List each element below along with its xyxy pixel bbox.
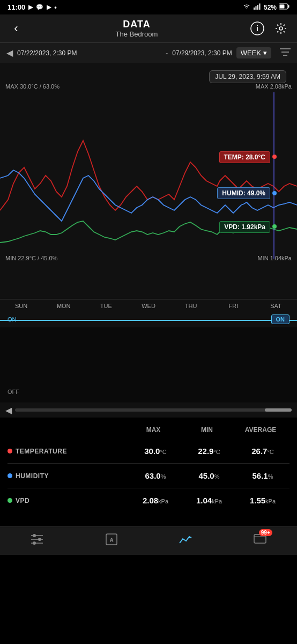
days-bar: SUN MON TUE WED THU FRI SAT bbox=[0, 299, 297, 312]
day-thu: THU bbox=[170, 302, 212, 310]
day-sat: SAT bbox=[255, 302, 297, 310]
temp-min: 22.9°C bbox=[182, 447, 236, 456]
status-time: 11:00 ▶ 💬 ▶ • bbox=[8, 3, 57, 11]
signal-icon bbox=[253, 3, 262, 11]
stats-col-avg: AVERAGE bbox=[234, 426, 287, 434]
time-label: 11:00 bbox=[8, 3, 25, 11]
svg-point-14 bbox=[33, 534, 36, 537]
bottom-nav: A 99+ bbox=[0, 526, 297, 555]
svg-text:A: A bbox=[109, 537, 113, 543]
svg-rect-5 bbox=[288, 5, 289, 8]
svg-point-9 bbox=[279, 27, 283, 30]
svg-rect-0 bbox=[254, 8, 255, 10]
scroll-thumb[interactable] bbox=[265, 408, 292, 412]
vpd-min: 1.04kPa bbox=[182, 496, 236, 505]
on-badge: ON bbox=[271, 314, 290, 324]
off-label: OFF bbox=[8, 389, 19, 395]
header-actions: i bbox=[249, 20, 289, 37]
stats-row-temperature: TEMPERATURE 30.0°C 22.9°C 26.7°C bbox=[8, 439, 289, 464]
day-sun: SUN bbox=[0, 302, 42, 310]
temperature-label: TEMPERATURE bbox=[8, 448, 129, 455]
sliders-icon bbox=[30, 533, 44, 548]
svg-rect-6 bbox=[280, 5, 285, 9]
notification-badge: 99+ bbox=[259, 529, 272, 536]
nav-settings[interactable] bbox=[30, 533, 44, 548]
status-indicators: 52% bbox=[242, 3, 289, 11]
temp-avg: 26.7°C bbox=[236, 447, 289, 456]
vpd-badge: VPD: 1.92kPa bbox=[219, 221, 270, 233]
stats-row-vpd: VPD 2.08kPa 1.04kPa 1.55kPa bbox=[8, 488, 289, 513]
svg-rect-3 bbox=[259, 4, 260, 10]
start-date: 07/22/2023, 2:30 PM bbox=[17, 49, 161, 57]
nav-notifications[interactable]: 99+ bbox=[253, 532, 267, 550]
on-off-bar: ON ON bbox=[0, 312, 297, 327]
svg-rect-2 bbox=[257, 5, 258, 10]
max-vpd-label: MAX 2.08kPa bbox=[256, 83, 292, 90]
temp-max: 30.0°C bbox=[129, 447, 182, 456]
day-fri: FRI bbox=[212, 302, 255, 310]
temp-dot-indicator bbox=[8, 449, 12, 453]
nav-device[interactable]: A bbox=[105, 532, 118, 550]
activity-area: OFF bbox=[0, 327, 297, 402]
humid-min: 45.0% bbox=[182, 471, 236, 480]
prev-period-button[interactable]: ◀ bbox=[6, 48, 13, 58]
youtube-icon: ▶ bbox=[28, 4, 33, 11]
device-icon: A bbox=[105, 532, 118, 550]
header: ‹ DATA The Bedroom i bbox=[0, 14, 297, 42]
scroll-left-arrow[interactable]: ◀ bbox=[5, 405, 12, 415]
humid-max: 63.0% bbox=[129, 471, 182, 480]
day-mon: MON bbox=[42, 302, 85, 310]
nav-chart[interactable] bbox=[179, 533, 192, 548]
dot-icon: • bbox=[54, 3, 57, 11]
humid-badge: HUMID: 49.0% bbox=[217, 187, 270, 199]
week-label: WEEK bbox=[241, 49, 261, 57]
page-subtitle: The Bedroom bbox=[116, 30, 158, 38]
on-line bbox=[0, 320, 297, 321]
vpd-dot-indicator bbox=[8, 498, 12, 503]
day-tue: TUE bbox=[85, 302, 127, 310]
date-range-bar: ◀ 07/22/2023, 2:30 PM - 07/29/2023, 2:30… bbox=[0, 42, 297, 63]
stats-header: MAX MIN AVERAGE bbox=[8, 426, 289, 434]
info-button[interactable]: i bbox=[249, 20, 266, 37]
scroll-bar[interactable]: ◀ bbox=[0, 402, 297, 418]
scroll-track[interactable] bbox=[15, 408, 292, 412]
chevron-down-icon: ▾ bbox=[263, 49, 267, 57]
vpd-avg: 1.55kPa bbox=[236, 496, 289, 505]
end-date: 07/29/2023, 2:30 PM bbox=[172, 49, 232, 57]
battery-percent: 52% bbox=[264, 4, 277, 11]
battery-icon bbox=[279, 3, 289, 11]
date-separator: - bbox=[166, 49, 168, 57]
stats-section: MAX MIN AVERAGE TEMPERATURE 30.0°C 22.9°… bbox=[0, 418, 297, 521]
header-center: DATA The Bedroom bbox=[116, 19, 158, 38]
settings-button[interactable] bbox=[272, 20, 289, 37]
svg-text:i: i bbox=[256, 24, 258, 33]
vpd-label: VPD bbox=[8, 497, 129, 504]
cursor-line bbox=[273, 92, 274, 259]
chart-tooltip: JUL 29, 2023, 9:59 AM bbox=[209, 70, 286, 83]
vpd-max: 2.08kPa bbox=[129, 496, 182, 505]
humid-dot-indicator bbox=[8, 473, 12, 478]
page-title: DATA bbox=[116, 19, 158, 30]
week-selector[interactable]: WEEK ▾ bbox=[236, 47, 271, 58]
humid-avg: 56.1% bbox=[236, 471, 289, 480]
svg-point-18 bbox=[33, 541, 36, 545]
stats-row-humidity: HUMIDITY 63.0% 45.0% 56.1% bbox=[8, 464, 289, 488]
svg-rect-1 bbox=[255, 6, 256, 10]
filter-button[interactable] bbox=[280, 48, 291, 58]
stats-col-min: MIN bbox=[180, 426, 234, 434]
vpd-dot bbox=[272, 224, 277, 229]
chart-icon bbox=[179, 533, 192, 548]
stats-col-max: MAX bbox=[127, 426, 180, 434]
yt-music-icon: ▶ bbox=[47, 4, 51, 11]
max-temp-humidity-label: MAX 30.0°C / 63.0% bbox=[5, 83, 60, 90]
chart-svg bbox=[0, 92, 297, 259]
svg-point-16 bbox=[38, 538, 41, 541]
chart-container[interactable]: JUL 29, 2023, 9:59 AM MAX 30.0°C / 63.0%… bbox=[0, 63, 297, 299]
temp-dot bbox=[272, 155, 277, 159]
whatsapp-icon: 💬 bbox=[36, 4, 43, 11]
back-button[interactable]: ‹ bbox=[8, 20, 25, 37]
wifi-icon bbox=[242, 3, 251, 11]
temp-badge: TEMP: 28.0°C bbox=[219, 151, 270, 163]
status-bar: 11:00 ▶ 💬 ▶ • 52% bbox=[0, 0, 297, 14]
on-label: ON bbox=[8, 316, 17, 323]
